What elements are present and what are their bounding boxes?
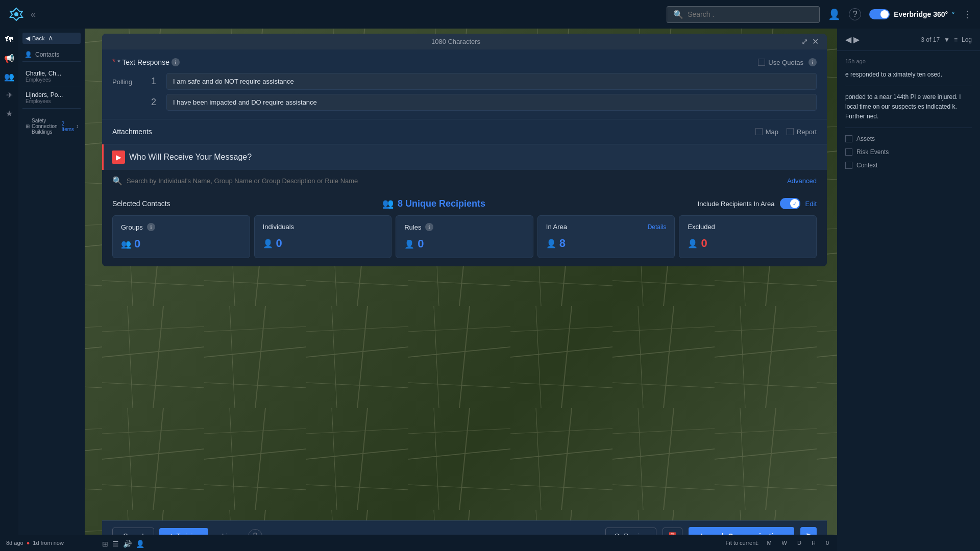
context-row[interactable]: Context (845, 161, 972, 170)
polling-rows: 1 2 (151, 73, 817, 111)
topbar-left: « (8, 6, 36, 22)
time-btn-h[interactable]: H (810, 539, 818, 547)
unique-recipients: 👥 8 Unique Recipients (382, 198, 485, 209)
groups-info-icon[interactable]: ℹ (147, 223, 155, 231)
bottom-bar-right: Fit to current: M W D H 0 (726, 539, 831, 547)
include-area-toggle[interactable] (780, 198, 800, 209)
search-bar[interactable]: 🔍 (667, 6, 820, 23)
time-ago-label: 8d ago (6, 540, 23, 546)
poll-input-1[interactable] (166, 73, 817, 90)
contacts-label: 👤 Contacts (22, 48, 81, 62)
degree-symbol: ° (952, 11, 954, 18)
right-panel-arrows[interactable]: ◀ ▶ (845, 35, 860, 44)
list-icon-bottom[interactable]: ☰ (112, 540, 119, 548)
context-checkbox[interactable] (845, 162, 852, 169)
contact-item-2[interactable]: Lijnders, Po... Employees (22, 87, 81, 109)
time-btn-d[interactable]: D (795, 539, 803, 547)
search-input[interactable] (688, 10, 790, 18)
recipients-search-input[interactable] (127, 177, 787, 185)
from-now-label: 1d from now (33, 540, 64, 546)
groups-card-title: Groups ℹ (121, 223, 241, 231)
map-checkbox[interactable] (755, 128, 763, 135)
use-quotas-info-icon[interactable]: ℹ (808, 58, 817, 66)
right-panel-content: 15h ago e responded to a ximately ten os… (837, 51, 980, 176)
text-response-section: * * Text Response ℹ Use Quotas ℹ Polling… (102, 49, 827, 119)
nav-filter-icon[interactable]: ≡ (954, 36, 958, 43)
groups-card: Groups ℹ 👥 0 (112, 215, 250, 258)
topbar: « 🔍 👤 ? Everbridge 360° ° ⋮ (0, 0, 980, 29)
time-btn-0[interactable]: 0 (824, 539, 831, 547)
risk-events-checkbox[interactable] (845, 148, 852, 156)
individuals-count: 👤 0 (263, 237, 383, 250)
close-indicator[interactable]: ✕ (812, 37, 819, 46)
user-icon[interactable]: 👤 (828, 8, 841, 20)
report-label: Report (797, 128, 817, 136)
use-quotas-checkbox[interactable] (758, 59, 765, 66)
edit-button[interactable]: Edit (805, 200, 817, 208)
everbridge-label: Everbridge 360° (894, 10, 948, 18)
panel-title: A (48, 35, 52, 41)
report-checkbox-row: Report (787, 128, 817, 136)
sidebar-icon-people[interactable]: 👥 (2, 69, 16, 84)
dialog-panel: 1080 Characters ⤢ ✕ * * Text Response ℹ … (102, 34, 827, 266)
selected-contacts-label: Selected Contacts (112, 199, 170, 208)
back-label: Back (32, 35, 44, 41)
person-icon-bottom[interactable]: 👤 (136, 540, 144, 548)
advanced-button[interactable]: Advanced (787, 177, 817, 185)
polling-label: Polling (112, 73, 143, 86)
right-panel-text-2: ponded to a near 144th Pl e were injured… (845, 92, 972, 122)
left-panel: ◀ Back A 👤 Contacts Charlie, Ch... Emplo… (18, 29, 85, 535)
more-icon[interactable]: ⋮ (963, 9, 972, 20)
contact-name-1: Charlie, Ch... (26, 70, 78, 77)
excluded-count: 👤 0 (688, 237, 808, 250)
buildings-label: Safety Connection Buildings (32, 118, 58, 135)
text-response-label: * Text Response (117, 58, 169, 66)
chars-display: 1080 Characters (110, 38, 801, 45)
right-panel-nav: 3 of 17 ▼ ≡ Log (921, 36, 972, 43)
back-button[interactable]: ◀ Back A (22, 33, 81, 44)
svg-point-7 (14, 12, 18, 16)
grid-icon-bottom[interactable]: ⊞ (102, 540, 108, 548)
right-panel-text-1: e responded to a ximately ten osed. (845, 70, 972, 80)
sidebar-icon-star[interactable]: ★ (2, 106, 16, 120)
contact-item-1[interactable]: Charlie, Ch... Employees (22, 66, 81, 87)
speaker-icon-bottom[interactable]: 🔊 (123, 540, 132, 548)
poll-input-2[interactable] (166, 94, 817, 111)
recipients-title: Who Will Receive Your Message? (129, 153, 252, 162)
sidebar-icon-alerts[interactable]: 📢 (2, 51, 16, 65)
report-checkbox[interactable] (787, 128, 794, 135)
assets-row[interactable]: Assets (845, 134, 972, 143)
contact-name-2: Lijnders, Po... (26, 91, 78, 98)
rules-count-value: 0 (418, 237, 424, 251)
app-logo[interactable] (8, 6, 24, 22)
time-btn-w[interactable]: W (780, 539, 789, 547)
sidebar-icon-plane[interactable]: ✈ (2, 88, 16, 102)
time-btn-m[interactable]: M (765, 539, 773, 547)
use-quotas-label: Use Quotas (768, 59, 803, 66)
expand-icon[interactable]: ⤢ (801, 37, 808, 46)
contact-sub-2: Employees (26, 98, 78, 104)
buildings-count: 2 Items (62, 121, 74, 132)
everbridge-toggle[interactable] (869, 9, 890, 19)
contacts-header: 👤 Contacts (22, 48, 81, 62)
groups-count-icon: 👥 (121, 239, 131, 249)
recipients-search-icon: 🔍 (112, 176, 122, 186)
sidebar-icon-map[interactable]: 🗺 (2, 33, 16, 47)
nav-down-icon[interactable]: ▼ (944, 36, 950, 43)
status-indicator: ● (27, 540, 30, 546)
right-panel-header: ◀ ▶ 3 of 17 ▼ ≡ Log (837, 29, 980, 51)
attachments-section: Attachments Map Report (102, 119, 827, 144)
text-response-info-icon[interactable]: ℹ (172, 58, 180, 66)
recipients-toggle-button[interactable]: ▶ (112, 151, 125, 164)
risk-events-row[interactable]: Risk Events (845, 147, 972, 157)
details-link[interactable]: Details (648, 223, 667, 231)
collapse-icon[interactable]: « (31, 9, 36, 20)
rules-info-icon[interactable]: ℹ (425, 223, 433, 231)
required-star: * (112, 58, 115, 67)
inarea-card: In Area Details 👤 8 (537, 215, 675, 258)
text-response-header: * * Text Response ℹ Use Quotas ℹ (112, 58, 817, 67)
help-icon[interactable]: ? (849, 8, 861, 20)
sort-icon[interactable]: ↕ (76, 123, 79, 129)
excluded-card-title: Excluded (688, 223, 808, 231)
assets-checkbox[interactable] (845, 135, 852, 142)
